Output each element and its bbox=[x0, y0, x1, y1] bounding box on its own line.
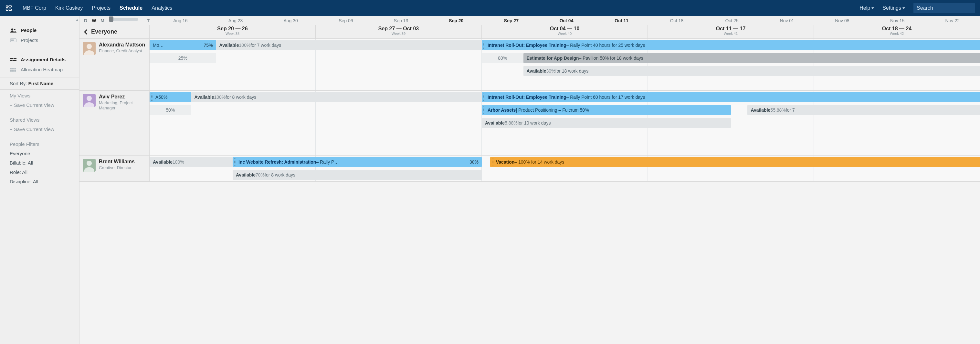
sidebar-label: Projects bbox=[21, 37, 38, 43]
gran-w[interactable]: W bbox=[92, 18, 96, 23]
search-input[interactable] bbox=[913, 3, 975, 13]
nav-help[interactable]: Help bbox=[859, 5, 874, 11]
person-name: Alexandra Mattson bbox=[99, 42, 145, 48]
mini-date[interactable]: Nov 15 bbox=[870, 18, 925, 23]
mini-date[interactable]: Oct 11 bbox=[594, 18, 649, 23]
zoom-handle[interactable] bbox=[109, 16, 113, 22]
nav-org[interactable]: MBF Corp bbox=[22, 5, 46, 11]
mini-date[interactable]: Nov 01 bbox=[759, 18, 815, 23]
assign-bar[interactable]: Intranet Roll-Out: Employee Training – R… bbox=[482, 40, 980, 50]
assign-bar[interactable]: Mo…75% bbox=[150, 40, 216, 50]
avail-bar[interactable]: Available 55.88% for 7 bbox=[747, 105, 980, 115]
avail-bar[interactable]: Available 100% for 7 work days bbox=[216, 40, 482, 50]
person-row: Brent WilliamsCreative, DirectorAvailabl… bbox=[80, 155, 980, 182]
svg-rect-14 bbox=[14, 68, 16, 70]
mini-date[interactable]: Sep 06 bbox=[318, 18, 374, 23]
drag-grip-icon[interactable] bbox=[234, 158, 236, 166]
avail-bar[interactable]: Available 70% for 8 work days bbox=[233, 170, 482, 180]
person-cell[interactable]: Brent WilliamsCreative, Director bbox=[80, 155, 150, 181]
drag-grip-icon[interactable] bbox=[483, 106, 485, 114]
nav-schedule[interactable]: Schedule bbox=[119, 5, 143, 11]
schedule-grid[interactable]: Alexandra MattsonFinance, Credit Analyst… bbox=[80, 39, 980, 344]
mini-date[interactable]: Oct 18 bbox=[649, 18, 705, 23]
svg-rect-15 bbox=[10, 70, 12, 71]
main: D W M T Aug 16Aug 23Aug 30Sep 06Sep 13Se… bbox=[80, 16, 980, 344]
sidebar-item-assignment-details[interactable]: Assignment Details bbox=[0, 54, 79, 65]
gran-t[interactable]: T bbox=[147, 18, 150, 23]
filter-billable[interactable]: Billable: All bbox=[0, 158, 79, 168]
person-role: Marketing, Project Manager bbox=[99, 100, 146, 110]
util-bar[interactable]: 80% bbox=[482, 53, 523, 63]
chevron-down-icon bbox=[902, 8, 905, 9]
nav-analytics[interactable]: Analytics bbox=[151, 5, 172, 11]
person-cell[interactable]: Alexandra MattsonFinance, Credit Analyst bbox=[80, 39, 150, 90]
mini-date[interactable]: Sep 13 bbox=[374, 18, 429, 23]
assign-bar[interactable]: Inc Website Refresh: Administration – Ra… bbox=[233, 157, 482, 167]
mini-timeline[interactable]: Aug 16Aug 23Aug 30Sep 06Sep 13Sep 20Sep … bbox=[150, 18, 980, 23]
gran-d[interactable]: D bbox=[84, 18, 87, 23]
projects-icon bbox=[10, 38, 17, 42]
collapse-icon[interactable]: ▴ bbox=[76, 17, 79, 22]
avail-bar[interactable]: Available 100% for 8 work days bbox=[191, 92, 482, 102]
svg-rect-17 bbox=[14, 70, 16, 71]
svg-rect-10 bbox=[10, 60, 12, 61]
vacation-bar[interactable]: Vacation – 100% for 14 work days bbox=[490, 157, 980, 167]
drag-grip-icon[interactable] bbox=[483, 93, 485, 101]
nav-settings[interactable]: Settings bbox=[883, 5, 905, 11]
sidebar-label: People bbox=[21, 27, 37, 33]
filter-everyone[interactable]: Everyone bbox=[0, 149, 79, 158]
assign-bar[interactable]: Arbor Assets | Product Positioning – Ful… bbox=[482, 105, 731, 115]
mini-date[interactable]: Sep 20 bbox=[428, 18, 484, 23]
avail-bar[interactable]: Available 100% bbox=[150, 157, 233, 167]
sort-by[interactable]: Sort By: First Name bbox=[0, 77, 79, 90]
sidebar-item-people[interactable]: People bbox=[0, 25, 79, 35]
filter-role[interactable]: Role: All bbox=[0, 168, 79, 177]
avatar bbox=[83, 159, 95, 172]
sidebar-item-projects[interactable]: Projects bbox=[0, 35, 79, 45]
assign-bar[interactable]: Intranet Roll-Out: Employee Training – R… bbox=[482, 92, 980, 102]
svg-point-18 bbox=[87, 44, 92, 49]
save-view-2[interactable]: + Save Current View bbox=[0, 125, 79, 134]
drag-grip-icon[interactable] bbox=[151, 93, 153, 101]
mini-date[interactable]: Oct 25 bbox=[705, 18, 760, 23]
util-bar[interactable]: 25% bbox=[150, 53, 216, 63]
filter-discipline[interactable]: Discipline: All bbox=[0, 177, 79, 186]
save-view-1[interactable]: + Save Current View bbox=[0, 100, 79, 110]
mini-date[interactable]: Sep 27 bbox=[484, 18, 539, 23]
lane: Available 100%Inc Website Refresh: Admin… bbox=[150, 155, 980, 168]
avail-bar[interactable]: Available 30% for 18 work days bbox=[523, 66, 980, 76]
util-bar[interactable]: 50% bbox=[150, 105, 191, 115]
zoom-slider[interactable] bbox=[109, 18, 138, 21]
avail-bar[interactable]: Available 5.88% for 10 work days bbox=[482, 118, 731, 128]
lane bbox=[150, 142, 980, 155]
mini-date[interactable]: Oct 04 bbox=[539, 18, 594, 23]
week-cell: Oct 04 — 10Week 40 bbox=[482, 25, 648, 38]
mini-date[interactable]: Aug 16 bbox=[153, 18, 208, 23]
mini-date[interactable]: Nov 08 bbox=[815, 18, 870, 23]
mini-date[interactable]: Aug 30 bbox=[263, 18, 318, 23]
sidebar-label: Allocation Heatmap bbox=[21, 67, 63, 72]
avatar bbox=[83, 42, 95, 55]
lanes: Mo…75%Available 100% for 7 work daysIntr… bbox=[150, 39, 980, 90]
mini-date[interactable]: Aug 23 bbox=[208, 18, 263, 23]
drag-grip-icon[interactable] bbox=[483, 41, 485, 49]
gran-m[interactable]: M bbox=[100, 18, 104, 23]
lanes: A50%Available 100% for 8 work daysIntran… bbox=[150, 91, 980, 155]
assign-bar[interactable]: A50% bbox=[150, 92, 191, 102]
drag-grip-icon[interactable] bbox=[492, 158, 493, 166]
chevron-left-icon bbox=[84, 29, 88, 35]
lane: 25%80%Estimate for App Design – Pavilion… bbox=[150, 52, 980, 65]
nav-user[interactable]: Kirk Caskey bbox=[55, 5, 83, 11]
back-everyone[interactable]: Everyone bbox=[80, 25, 150, 38]
lane: Available 30% for 18 work days bbox=[150, 65, 980, 78]
person-cell[interactable]: Aviv PerezMarketing, Project Manager bbox=[80, 91, 150, 155]
my-views-label: My Views bbox=[0, 90, 79, 100]
lane: Available 5.88% for 10 work days bbox=[150, 116, 980, 129]
estimate-bar[interactable]: Estimate for App Design – Pavilion 50% f… bbox=[523, 53, 980, 63]
svg-rect-12 bbox=[10, 68, 12, 70]
nav-projects[interactable]: Projects bbox=[92, 5, 110, 11]
mini-date[interactable]: Nov 22 bbox=[925, 18, 980, 23]
sidebar-item-heatmap[interactable]: Allocation Heatmap bbox=[0, 65, 79, 75]
svg-point-5 bbox=[14, 29, 16, 30]
svg-rect-3 bbox=[9, 9, 11, 11]
